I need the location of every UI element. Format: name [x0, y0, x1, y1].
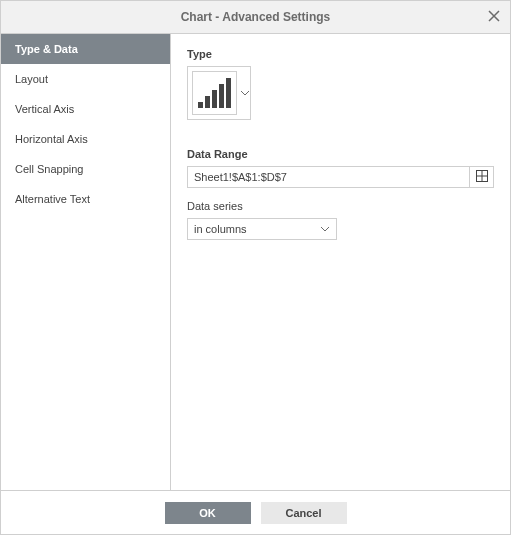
bar-chart-icon	[192, 71, 237, 115]
sidebar-item-label: Cell Snapping	[15, 163, 84, 175]
data-range-input-row	[187, 166, 494, 188]
dialog-title: Chart - Advanced Settings	[181, 10, 331, 24]
sidebar-item-type-data[interactable]: Type & Data	[1, 34, 170, 64]
sidebar-item-label: Horizontal Axis	[15, 133, 88, 145]
select-range-icon	[476, 170, 488, 184]
chart-advanced-settings-dialog: Chart - Advanced Settings Type & Data La…	[0, 0, 511, 535]
sidebar-item-horizontal-axis[interactable]: Horizontal Axis	[1, 124, 170, 154]
data-range-label: Data Range	[187, 148, 494, 160]
sidebar-item-cell-snapping[interactable]: Cell Snapping	[1, 154, 170, 184]
sidebar-item-label: Vertical Axis	[15, 103, 74, 115]
close-button[interactable]	[484, 7, 504, 27]
data-range-section: Data Range	[187, 148, 494, 188]
data-series-value: in columns	[194, 223, 320, 235]
sidebar-item-layout[interactable]: Layout	[1, 64, 170, 94]
sidebar: Type & Data Layout Vertical Axis Horizon…	[1, 34, 171, 490]
data-range-input[interactable]	[188, 167, 469, 187]
data-series-section: Data series in columns	[187, 200, 494, 240]
dialog-footer: OK Cancel	[1, 490, 510, 534]
select-range-button[interactable]	[469, 167, 493, 187]
sidebar-item-vertical-axis[interactable]: Vertical Axis	[1, 94, 170, 124]
titlebar: Chart - Advanced Settings	[1, 1, 510, 34]
content-panel: Type Data Range	[171, 34, 510, 490]
close-icon	[488, 8, 500, 26]
sidebar-item-label: Type & Data	[15, 43, 78, 55]
chart-type-picker[interactable]	[187, 66, 251, 120]
sidebar-item-label: Alternative Text	[15, 193, 90, 205]
dialog-body: Type & Data Layout Vertical Axis Horizon…	[1, 34, 510, 490]
data-series-label: Data series	[187, 200, 494, 212]
data-series-select[interactable]: in columns	[187, 218, 337, 240]
cancel-button[interactable]: Cancel	[261, 502, 347, 524]
sidebar-item-label: Layout	[15, 73, 48, 85]
ok-button[interactable]: OK	[165, 502, 251, 524]
type-label: Type	[187, 48, 494, 60]
type-section: Type	[187, 48, 494, 120]
sidebar-item-alternative-text[interactable]: Alternative Text	[1, 184, 170, 214]
chevron-down-icon	[320, 227, 330, 232]
chevron-down-icon	[239, 91, 250, 96]
